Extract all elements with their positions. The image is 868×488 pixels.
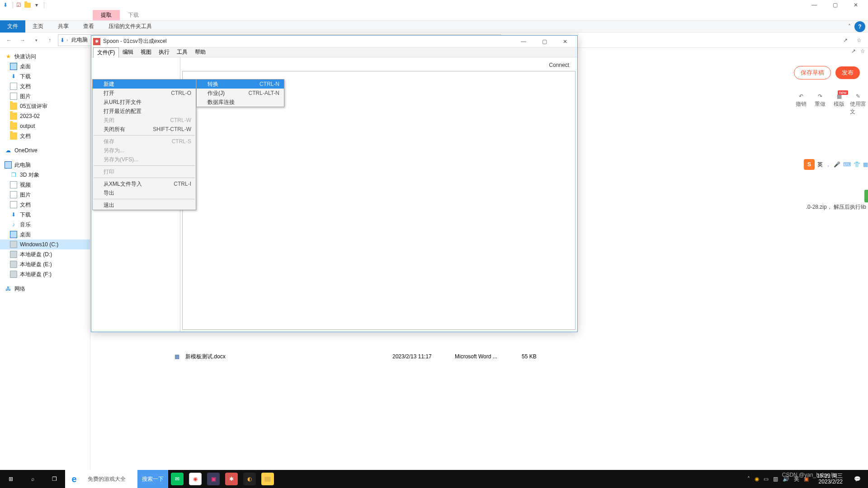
connect-link[interactable]: Connect bbox=[549, 62, 569, 68]
tray-app2-icon[interactable]: ▣ bbox=[804, 476, 809, 482]
qat-dropdown-icon[interactable]: ▾ bbox=[33, 1, 40, 9]
taskbar-app-explorer[interactable] bbox=[261, 473, 274, 485]
richtext-button[interactable]: ✎使用富文 bbox=[850, 93, 866, 116]
taskbar-search-go[interactable]: 搜索一下 bbox=[137, 470, 168, 488]
menu-item-open[interactable]: 打开CTRL-O bbox=[93, 89, 196, 98]
publish-button[interactable]: 发布 bbox=[835, 66, 860, 79]
submenu-item-dbconn[interactable]: 数据库连接 bbox=[197, 98, 284, 107]
ime-toolbox-icon[interactable]: ▦ bbox=[863, 161, 868, 168]
ribbon-collapse-icon[interactable]: ˄ bbox=[848, 23, 851, 30]
tray-volume-icon[interactable]: 🔊 bbox=[783, 476, 789, 482]
sidebar-this-pc[interactable]: 此电脑 bbox=[0, 160, 90, 170]
nav-up-button[interactable]: ↑ bbox=[44, 35, 55, 46]
sidebar-item-videos[interactable]: 视频 bbox=[0, 180, 90, 190]
taskbar-app-spoon[interactable]: ✱ bbox=[225, 473, 238, 485]
nav-forward-button[interactable]: → bbox=[17, 35, 28, 46]
undo-button[interactable]: ↶撤销 bbox=[793, 93, 809, 116]
submenu-item-transformation[interactable]: 转换CTRL-N bbox=[197, 80, 284, 89]
sidebar-item-pictures[interactable]: 图片 bbox=[0, 190, 90, 200]
taskbar-app-intellij[interactable]: ▣ bbox=[207, 473, 220, 485]
sidebar-item-downloads[interactable]: ⬇下载 bbox=[0, 210, 90, 220]
spoon-close-button[interactable]: ✕ bbox=[555, 36, 576, 47]
taskbar-app-obs[interactable]: ◐ bbox=[243, 473, 256, 485]
star-icon[interactable]: ☆ bbox=[860, 48, 865, 54]
menu-file[interactable]: 文件(F) bbox=[93, 47, 119, 57]
file-row[interactable]: ▦ 新模板测试.docx 2023/2/13 11:17 Microsoft W… bbox=[172, 352, 868, 361]
menu-item-exit[interactable]: 退出 bbox=[93, 201, 196, 210]
ribbon-file-tab[interactable]: 文件 bbox=[0, 20, 25, 33]
spoon-canvas[interactable] bbox=[182, 71, 576, 330]
sidebar-item-drive-d[interactable]: 本地硬盘 (D:) bbox=[0, 249, 90, 259]
sidebar-item-folder[interactable]: output bbox=[0, 121, 90, 131]
qat-folder-icon[interactable] bbox=[24, 1, 31, 9]
menu-view[interactable]: 视图 bbox=[137, 47, 155, 57]
menu-tools[interactable]: 工具 bbox=[173, 47, 191, 57]
menu-item-open-recent[interactable]: 打开最近的配置 bbox=[93, 107, 196, 116]
explorer-minimize-button[interactable]: ― bbox=[804, 0, 825, 10]
start-button[interactable]: ⊞ bbox=[0, 470, 22, 488]
ribbon-view-tab[interactable]: 查看 bbox=[76, 20, 101, 33]
submenu-item-job[interactable]: 作业(J)CTRL-ALT-N bbox=[197, 89, 284, 98]
tray-network-icon[interactable]: ▥ bbox=[773, 476, 778, 482]
ime-skin-icon[interactable]: 👕 bbox=[854, 161, 860, 168]
tray-overflow-icon[interactable]: ˄ bbox=[747, 476, 750, 482]
taskbar-search-widget[interactable]: e 免费的游戏大全 搜索一下 bbox=[65, 470, 168, 488]
taskbar-clock[interactable]: 15:29 周三 2023/2/22 bbox=[813, 473, 846, 485]
nav-recent-dropdown[interactable]: ▾ bbox=[31, 35, 42, 46]
ribbon-home-tab[interactable]: 主页 bbox=[25, 20, 51, 33]
ribbon-share-tab[interactable]: 共享 bbox=[51, 20, 76, 33]
share-icon[interactable]: ↗ bbox=[840, 35, 851, 46]
taskbar-search-text[interactable]: 免费的游戏大全 bbox=[83, 470, 137, 488]
share-icon[interactable]: ↗ bbox=[851, 48, 856, 54]
nav-back-button[interactable]: ← bbox=[4, 35, 14, 46]
breadcrumb-seg[interactable]: 此电脑 bbox=[70, 36, 90, 44]
sogou-ime-bar[interactable]: S 英 ， 🎤 ⌨ 👕 ▦ bbox=[804, 159, 868, 170]
explorer-close-button[interactable]: ✕ bbox=[845, 0, 866, 10]
qat-checkbox-icon[interactable]: ☑ bbox=[15, 1, 22, 9]
sidebar-quick-access[interactable]: ★快速访问 bbox=[0, 52, 90, 61]
sidebar-item-desktop[interactable]: 桌面 bbox=[0, 230, 90, 239]
sidebar-item-desktop[interactable]: 桌面 bbox=[0, 61, 90, 71]
sidebar-item-drive-e[interactable]: 本地硬盘 (E:) bbox=[0, 259, 90, 269]
sidebar-item-drive-c[interactable]: Windows10 (C:) bbox=[0, 239, 90, 249]
taskbar-app-chrome[interactable]: ◉ bbox=[189, 473, 202, 485]
menu-item-export[interactable]: 导出 bbox=[93, 188, 196, 197]
spoon-minimize-button[interactable]: ― bbox=[513, 36, 534, 47]
sidebar-item-folder[interactable]: 2023-02 bbox=[0, 111, 90, 121]
tray-ime-icon[interactable]: 英 bbox=[794, 475, 799, 483]
ime-comma-icon[interactable]: ， bbox=[826, 161, 831, 169]
menu-item-open-url[interactable]: 从URL打开文件 bbox=[93, 98, 196, 107]
context-tab-extract[interactable]: 提取 bbox=[93, 10, 120, 20]
menu-item-import-xml[interactable]: 从XML文件导入CTRL-I bbox=[93, 179, 196, 188]
sidebar-item-pictures[interactable]: 图片 bbox=[0, 91, 90, 101]
sidebar-network[interactable]: 🖧网络 bbox=[0, 284, 90, 294]
tray-battery-icon[interactable]: ▭ bbox=[764, 476, 769, 482]
spoon-titlebar[interactable]: ✱ Spoon - 01csv导出成excel ― ▢ ✕ bbox=[91, 36, 577, 47]
sidebar-item-3dobjects[interactable]: ❒3D 对象 bbox=[0, 170, 90, 180]
template-button[interactable]: ▦new模版 bbox=[831, 93, 847, 116]
ribbon-ziptools-tab[interactable]: 压缩的文件夹工具 bbox=[101, 20, 159, 33]
search-button[interactable]: ⌕ bbox=[22, 470, 43, 488]
sidebar-onedrive[interactable]: ☁OneDrive bbox=[0, 145, 90, 155]
menu-help[interactable]: 帮助 bbox=[191, 47, 209, 57]
context-tab-download[interactable]: 下载 bbox=[120, 10, 147, 20]
sidebar-item-documents[interactable]: 文档 bbox=[0, 200, 90, 210]
ribbon-help-button[interactable]: ? bbox=[854, 21, 865, 32]
save-draft-button[interactable]: 保存草稿 bbox=[794, 66, 831, 80]
spoon-maximize-button[interactable]: ▢ bbox=[534, 36, 555, 47]
star-icon[interactable]: ☆ bbox=[854, 35, 864, 46]
ime-mic-icon[interactable]: 🎤 bbox=[834, 161, 840, 168]
sidebar-item-documents[interactable]: 文档 bbox=[0, 81, 90, 91]
menu-edit[interactable]: 编辑 bbox=[119, 47, 137, 57]
menu-item-new[interactable]: 新建 bbox=[93, 80, 196, 89]
sidebar-item-downloads[interactable]: ⬇下载 bbox=[0, 71, 90, 81]
sidebar-item-folder[interactable]: 05五级评审 bbox=[0, 101, 90, 111]
task-view-button[interactable]: ❐ bbox=[43, 470, 65, 488]
qat-download-icon[interactable]: ⬇ bbox=[2, 1, 9, 9]
ime-keyboard-icon[interactable]: ⌨ bbox=[843, 161, 851, 168]
sidebar-item-drive-f[interactable]: 本地硬盘 (F:) bbox=[0, 269, 90, 279]
menu-item-close-all[interactable]: 关闭所有SHIFT-CTRL-W bbox=[93, 125, 196, 134]
sidebar-item-folder[interactable]: 文档 bbox=[0, 131, 90, 141]
explorer-maximize-button[interactable]: ▢ bbox=[825, 0, 845, 10]
taskbar-app-wechat[interactable]: ✉ bbox=[171, 473, 184, 485]
